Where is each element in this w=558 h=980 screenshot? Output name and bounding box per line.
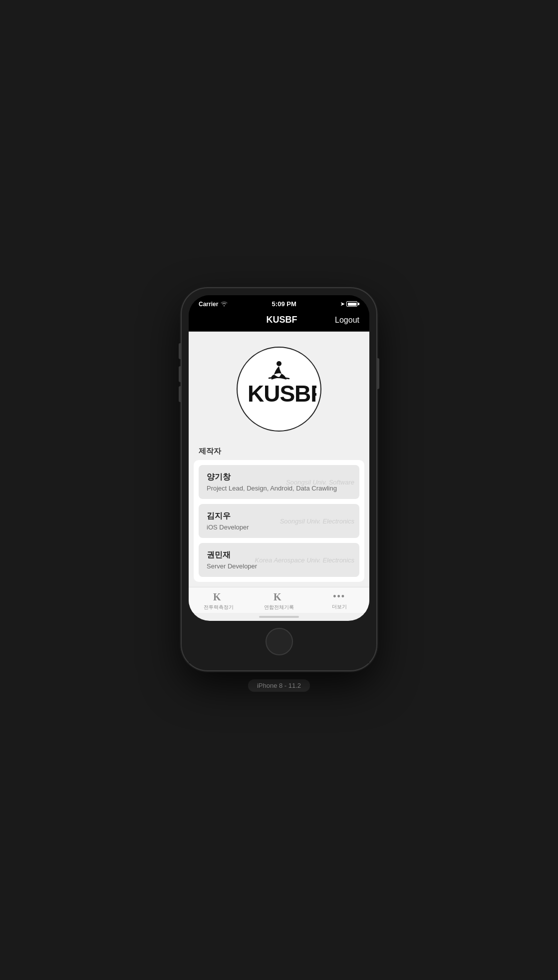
- svg-point-0: [277, 361, 281, 366]
- member-name-1: 양기창: [207, 472, 351, 483]
- phone-frame: Carrier 5:09 PM ➤: [182, 288, 376, 692]
- svg-text:KUSBF: KUSBF: [248, 381, 316, 407]
- member-card: Soongsil Univ. Software 양기창 Project Lead…: [199, 465, 359, 499]
- tab-label-2: 연합전체기록: [264, 604, 294, 611]
- status-bar: Carrier 5:09 PM ➤: [189, 295, 369, 311]
- member-card: Soongsil Univ. Electronics 김지우 iOS Devel…: [199, 504, 359, 538]
- tab-icon-2: K: [273, 591, 285, 602]
- svg-text:K: K: [274, 591, 281, 602]
- device-model-badge: iPhone 8 - 11.2: [248, 679, 310, 692]
- tab-icon-1: K: [212, 591, 225, 602]
- carrier-label: Carrier: [199, 301, 218, 308]
- logo-circle: KUSBF: [237, 347, 321, 432]
- member-role-3: Server Developer: [207, 562, 351, 570]
- member-role-1: Project Lead, Design, Android, Data Craw…: [207, 485, 351, 492]
- cards-container: Soongsil Univ. Software 양기창 Project Lead…: [194, 460, 364, 582]
- tab-item-2[interactable]: K 연합전체기록: [249, 591, 309, 611]
- member-name-3: 권민재: [207, 550, 351, 560]
- tab-bar: K 전투력측정기 K 연합전체기록 ••: [189, 587, 369, 613]
- nav-bar: KUSBF Logout: [189, 311, 369, 332]
- logout-button[interactable]: Logout: [335, 316, 359, 325]
- section-label: 제작자: [189, 442, 369, 460]
- wifi-icon: [221, 301, 228, 308]
- member-name-2: 김지우: [207, 511, 351, 521]
- more-dots-icon: •••: [333, 591, 345, 602]
- location-icon: ➤: [340, 301, 344, 307]
- time-label: 5:09 PM: [272, 300, 296, 308]
- tab-item-3[interactable]: ••• 더보기: [309, 591, 369, 611]
- tab-label-3: 더보기: [332, 603, 347, 610]
- logo-container: KUSBF: [189, 332, 369, 442]
- home-indicator-area: [189, 613, 369, 621]
- svg-text:K: K: [213, 591, 221, 602]
- nav-title: KUSBF: [229, 315, 335, 325]
- home-button-area: [189, 621, 369, 663]
- tab-label-1: 전투력측정기: [204, 604, 234, 611]
- member-card: Korea Aerospace Univ. Electronics 권민재 Se…: [199, 543, 359, 577]
- device-label: iPhone 8 - 11.2: [182, 679, 376, 692]
- home-button[interactable]: [266, 628, 293, 655]
- battery-icon: [346, 301, 359, 307]
- member-role-2: iOS Developer: [207, 523, 351, 531]
- screen-content: KUSBF 제작자 Soongsil Univ. Software 양기창 Pr…: [189, 332, 369, 613]
- tab-item-1[interactable]: K 전투력측정기: [189, 591, 249, 611]
